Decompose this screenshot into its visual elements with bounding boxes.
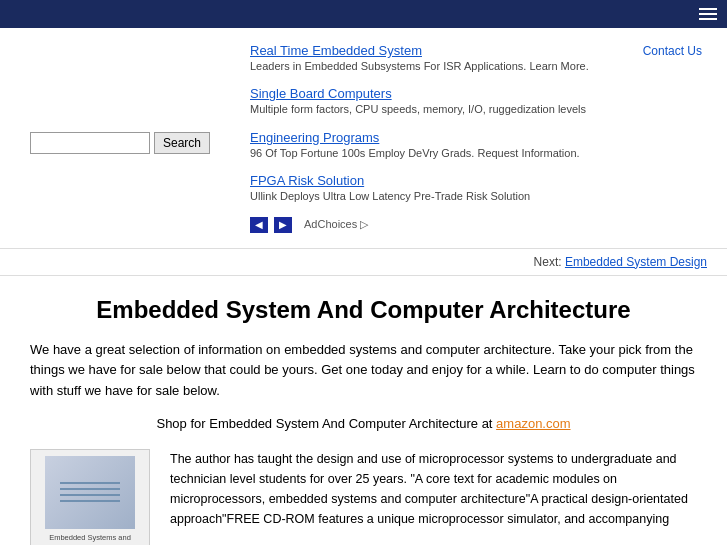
search-input[interactable] bbox=[30, 132, 150, 154]
amazon-prefix: Shop for Embedded System And Computer Ar… bbox=[156, 416, 492, 431]
book-line bbox=[60, 488, 120, 490]
product-image: Embedded Systems and Computer Architectu… bbox=[30, 449, 150, 545]
next-row: Next: Embedded System Design bbox=[0, 249, 727, 276]
ad-choices-label: AdChoices ▷ bbox=[304, 218, 368, 231]
ad-link-3[interactable]: Engineering Programs bbox=[250, 130, 379, 145]
ad-link-4[interactable]: FPGA Risk Solution bbox=[250, 173, 364, 188]
ad-desc-3: 96 Of Top Fortune 100s Employ DeVry Grad… bbox=[250, 146, 597, 161]
ad-item-3: Engineering Programs 96 Of Top Fortune 1… bbox=[250, 130, 597, 161]
search-box: Search bbox=[30, 132, 210, 154]
next-prefix: Next: bbox=[534, 255, 562, 269]
page-title: Embedded System And Computer Architectur… bbox=[30, 296, 697, 324]
menu-icon bbox=[699, 8, 717, 20]
product-image-label: Embedded Systems and Computer Architectu… bbox=[49, 533, 131, 545]
ad-listings: Real Time Embedded System Leaders in Emb… bbox=[240, 38, 607, 238]
amazon-link[interactable]: amazon.com bbox=[496, 416, 570, 431]
ad-item-4: FPGA Risk Solution Ullink Deploys Ultra … bbox=[250, 173, 597, 204]
book-line bbox=[60, 494, 120, 496]
ad-next-button[interactable]: ▶ bbox=[274, 217, 292, 233]
search-button[interactable]: Search bbox=[154, 132, 210, 154]
ad-nav-row: ◀ ▶ AdChoices ▷ bbox=[250, 217, 597, 233]
ad-desc-2: Multiple form factors, CPU speeds, memor… bbox=[250, 102, 597, 117]
ad-link-1[interactable]: Real Time Embedded System bbox=[250, 43, 422, 58]
ad-item-2: Single Board Computers Multiple form fac… bbox=[250, 86, 597, 117]
next-link[interactable]: Embedded System Design bbox=[565, 255, 707, 269]
amazon-line: Shop for Embedded System And Computer Ar… bbox=[30, 416, 697, 431]
ad-desc-1: Leaders in Embedded Subsystems For ISR A… bbox=[250, 59, 597, 74]
top-bar bbox=[0, 0, 727, 28]
ad-left-panel: Search bbox=[20, 38, 240, 238]
ad-item-1: Real Time Embedded System Leaders in Emb… bbox=[250, 43, 597, 74]
ad-desc-4: Ullink Deploys Ultra Low Latency Pre-Tra… bbox=[250, 189, 597, 204]
ad-link-2[interactable]: Single Board Computers bbox=[250, 86, 392, 101]
contact-us-link[interactable]: Contact Us bbox=[643, 44, 702, 58]
product-description: The author has taught the design and use… bbox=[170, 449, 697, 545]
ad-prev-button[interactable]: ◀ bbox=[250, 217, 268, 233]
book-cover-decoration bbox=[60, 482, 120, 502]
menu-line bbox=[699, 18, 717, 20]
main-content: Embedded System And Computer Architectur… bbox=[0, 276, 727, 545]
menu-line bbox=[699, 13, 717, 15]
book-line bbox=[60, 482, 120, 484]
menu-line bbox=[699, 8, 717, 10]
page-description: We have a great selection of information… bbox=[30, 340, 697, 402]
book-line bbox=[60, 500, 120, 502]
ad-right-panel: Contact Us bbox=[607, 38, 707, 238]
ad-section: Search Real Time Embedded System Leaders… bbox=[0, 28, 727, 249]
book-cover-image bbox=[45, 456, 135, 529]
product-section: Embedded Systems and Computer Architectu… bbox=[30, 449, 697, 545]
